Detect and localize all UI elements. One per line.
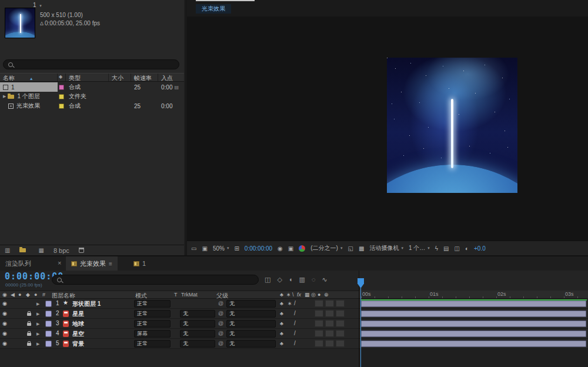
collapse-switch[interactable]: ∗ (288, 301, 292, 306)
column-label-icon[interactable]: ◆ (58, 74, 66, 81)
frame-blending-icon[interactable]: ▥ (299, 276, 305, 283)
new-folder-icon[interactable] (19, 248, 26, 252)
layer-duration-bar[interactable] (361, 301, 586, 307)
composition-tab[interactable]: 光束效果 (196, 4, 231, 14)
always-preview-icon[interactable]: ▭ (191, 245, 196, 252)
time-ruler[interactable]: 00s 01s 02s 03s (359, 291, 588, 299)
adjustment-switch-icon[interactable]: ● (318, 292, 320, 298)
column-inpoint[interactable]: 入点 (158, 74, 183, 81)
layer-color-chip[interactable] (45, 301, 52, 307)
switch-cell[interactable] (315, 340, 323, 347)
label-column-icon[interactable]: ● (34, 292, 37, 298)
switch-cell[interactable] (336, 330, 345, 337)
pickwhip-icon[interactable]: @ (218, 331, 223, 336)
layer-name[interactable]: 形状图层 1 (72, 300, 101, 308)
switch-cell[interactable] (315, 330, 323, 337)
number-column[interactable]: # (42, 292, 45, 298)
eye-icon[interactable]: ◉ (2, 321, 7, 326)
blend-mode-select[interactable]: 屏幕▾ (134, 330, 171, 338)
switch-cell[interactable] (336, 310, 345, 317)
pickwhip-icon[interactable]: @ (218, 341, 223, 346)
new-composition-icon[interactable]: ▦ (38, 247, 44, 253)
shy-switch-icon[interactable]: ♣ (280, 292, 283, 298)
switch-cell[interactable] (325, 310, 334, 317)
lock-icon[interactable] (27, 343, 31, 346)
timeline-track-area[interactable]: 00s 01s 02s 03s (359, 271, 588, 367)
lock-icon[interactable] (27, 333, 31, 336)
trash-icon[interactable] (79, 248, 84, 253)
layer-row-1[interactable]: ◉ ▶ 1 ★ 形状图层 1 正常▾ @ 无▾ ♣ ∗ / (0, 299, 359, 309)
layer-duration-bar[interactable] (361, 311, 586, 317)
3d-switch-icon[interactable]: ⊕ (324, 292, 329, 298)
quality-switch[interactable]: / (294, 340, 296, 346)
parent-select[interactable]: 无▾ (226, 330, 276, 338)
eye-icon[interactable]: ◉ (2, 331, 7, 336)
interpret-footage-icon[interactable]: ▥ (5, 247, 10, 253)
switch-cell[interactable] (325, 340, 334, 347)
mini-flowchart-icon[interactable]: ◫ (265, 276, 270, 283)
show-channels-icon[interactable] (299, 245, 305, 252)
label-color-chip[interactable] (59, 104, 64, 109)
shy-switch[interactable]: ♣ (280, 321, 283, 326)
preview-timecode[interactable]: 0:00:00:00 (245, 245, 272, 252)
label-color-chip[interactable] (59, 94, 64, 99)
blend-mode-select[interactable]: 正常▾ (134, 310, 171, 318)
layer-name[interactable]: 星星 (72, 310, 84, 318)
layer-row-4[interactable]: ◉ ▶ 4 星空 屏幕▾ 无▾ @ 无▾ ♣ / (0, 329, 359, 339)
fast-preview-icon[interactable]: ϟ (435, 245, 438, 252)
shy-layers-icon[interactable]: ◖ (289, 276, 293, 283)
quality-switch[interactable]: / (294, 300, 296, 306)
expander-icon[interactable]: ▶ (36, 302, 39, 306)
fx-switch-icon[interactable]: fx (297, 292, 301, 298)
show-snapshot-icon[interactable]: ▣ (288, 245, 293, 252)
label-color-chip[interactable] (59, 85, 64, 90)
project-search-input[interactable] (3, 59, 179, 69)
expander-icon[interactable]: ▶ (36, 332, 39, 336)
eye-icon[interactable]: ◉ (2, 341, 7, 346)
expander-icon[interactable]: ▶ (36, 312, 39, 316)
tab-comp-1[interactable]: 1 (128, 256, 151, 271)
trkmat-select[interactable]: 无▾ (180, 330, 215, 338)
composition-canvas[interactable] (187, 16, 588, 241)
pickwhip-icon[interactable]: @ (218, 301, 223, 306)
close-icon[interactable]: × (58, 259, 61, 266)
trkmat-select[interactable]: 无▾ (180, 320, 215, 328)
solo-column-icon[interactable]: ● (18, 292, 21, 298)
resolution-select[interactable]: (二分之一) ▾ (310, 244, 342, 252)
graph-editor-icon[interactable]: ∿ (322, 276, 327, 283)
layer-color-chip[interactable] (45, 331, 52, 337)
track-row-3[interactable] (359, 319, 588, 329)
shy-switch[interactable]: ♣ (280, 331, 283, 336)
expander-icon[interactable]: ▶ (36, 322, 39, 326)
layer-name[interactable]: 背景 (72, 340, 84, 348)
lock-icon[interactable] (27, 323, 31, 326)
eye-icon[interactable]: ◉ (2, 301, 7, 306)
video-column-icon[interactable]: ◉ (2, 292, 7, 298)
bit-depth-button[interactable]: 8 bpc (54, 247, 69, 254)
switch-cell[interactable] (336, 320, 345, 327)
pickwhip-icon[interactable]: @ (218, 321, 223, 326)
switch-cell[interactable] (325, 330, 334, 337)
layer-row-3[interactable]: ◉ ▶ 3 地球 正常▾ 无▾ @ 无▾ ♣ / (0, 319, 359, 329)
parent-select[interactable]: 无▾ (226, 310, 276, 318)
layer-color-chip[interactable] (45, 341, 52, 347)
column-size[interactable]: 大小 (109, 74, 131, 81)
playhead-handle[interactable] (358, 278, 364, 288)
project-row-comp-1[interactable]: 1 合成 25 0:00 ▤ (0, 82, 184, 92)
switch-cell[interactable] (336, 300, 345, 307)
audio-column-icon[interactable]: ◀ (11, 292, 15, 298)
flowchart-icon[interactable]: ◫ (455, 245, 460, 252)
expander-icon[interactable]: ▶ (36, 342, 39, 346)
column-type[interactable]: 类型 (66, 74, 109, 81)
quality-switch[interactable]: / (294, 320, 296, 326)
track-row-4[interactable] (359, 329, 588, 339)
layer-row-5[interactable]: ◉ ▶ 5 背景 正常▾ 无▾ @ 无▾ ♣ / (0, 339, 359, 349)
grid-guides-icon[interactable]: ⊞ (234, 245, 239, 252)
layer-color-chip[interactable] (45, 321, 52, 327)
shy-switch[interactable]: ♣ (280, 341, 283, 346)
layer-name[interactable]: 地球 (72, 320, 84, 328)
shy-switch[interactable]: ♣ (280, 301, 283, 306)
parent-select[interactable]: 无▾ (226, 300, 276, 308)
playhead-line[interactable] (360, 287, 361, 367)
timeline-button-icon[interactable]: ▤ (443, 245, 449, 252)
